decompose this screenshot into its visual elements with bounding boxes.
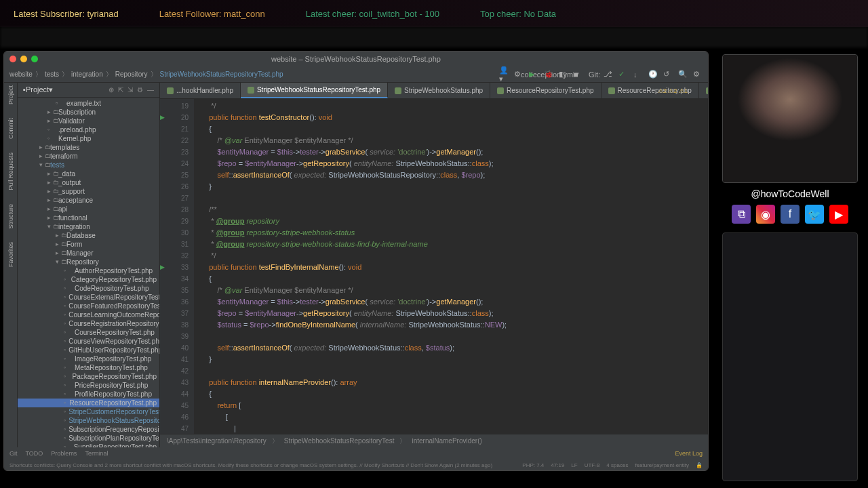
search-icon[interactable]: 🔍	[678, 70, 688, 79]
tree-item[interactable]: ▸ 🗀Validator	[18, 117, 159, 125]
tree-item[interactable]: ◦SupplierRepositoryTest.php	[18, 443, 159, 447]
tree-item[interactable]: ▾ 🗀integration	[18, 222, 159, 231]
breadcrumb[interactable]: website〉 tests〉 integration〉 Repository〉…	[9, 70, 283, 79]
tree-item[interactable]: ▸ 🗀_support	[18, 187, 159, 196]
stream-banner: Latest Subscriber: tyrianad Latest Follo…	[0, 0, 868, 27]
expand-icon[interactable]: ⇲	[127, 86, 133, 94]
titlebar[interactable]: website – StripeWebhookStatusRepositoryT…	[4, 52, 708, 66]
tree-item[interactable]: ◦StripeWebhookStatusRepositoryTest.p	[18, 416, 159, 425]
tree-item[interactable]: ▸ 🗀templates	[18, 143, 159, 152]
tree-item[interactable]: ▾ 🗀tests	[18, 161, 159, 169]
tree-item[interactable]: ▫example.txt	[18, 99, 159, 108]
structure-tool[interactable]: Structure	[7, 204, 14, 229]
tree-item[interactable]: ◦.preload.php	[18, 125, 159, 134]
commit-tool[interactable]: Commit	[7, 118, 14, 139]
git-commit-icon[interactable]: ✓	[618, 70, 628, 79]
tree-item[interactable]: ◦Kernel.php	[18, 134, 159, 143]
facebook-icon[interactable]: f	[781, 205, 800, 224]
user-icon[interactable]: 👤▾	[499, 70, 509, 79]
window-controls[interactable]	[9, 56, 38, 62]
instagram-icon[interactable]: ◉	[756, 205, 775, 224]
gear-icon[interactable]: ⚙	[137, 86, 143, 94]
settings-icon[interactable]: ⚙	[693, 70, 703, 79]
stop-icon[interactable]: ■	[574, 70, 583, 79]
tree-item[interactable]: ◦ImageRepositoryTest.php	[18, 354, 159, 363]
youtube-icon[interactable]: ▶	[829, 205, 848, 224]
target-icon[interactable]: ⊕	[108, 86, 114, 94]
tree-item[interactable]: ◦CourseFeaturedRepositoryTest.php	[18, 302, 159, 310]
line-ending[interactable]: LF	[571, 462, 577, 468]
gutter[interactable]: 1920▶21222324252627282930313233▶34353637…	[160, 99, 194, 434]
minimize-icon[interactable]	[20, 56, 27, 62]
tree-item[interactable]: ▸ 🗀Manager	[18, 249, 159, 258]
git-tab[interactable]: Git	[9, 450, 18, 457]
close-icon[interactable]	[9, 56, 16, 62]
twitter-icon[interactable]: 🐦	[805, 205, 824, 224]
tree-item[interactable]: ▸ 🗀api	[18, 205, 159, 214]
editor-tab[interactable]: ...hookHandler.php	[160, 83, 241, 98]
tree-item[interactable]: ◦StripeCustomerRepositoryTest.php	[18, 407, 159, 416]
tree-item[interactable]: ◦CourseLearningOutcomeRepositoryTe	[18, 310, 159, 319]
collapse-icon[interactable]: ⇱	[118, 86, 123, 94]
problems-tab[interactable]: Problems	[51, 450, 77, 457]
tree-item[interactable]: ▸ 🗀Form	[18, 240, 159, 249]
tree-item[interactable]: ◦AuthorRepositoryTest.php	[18, 266, 159, 275]
tree-item[interactable]: ◦CourseRepositoryTest.php	[18, 328, 159, 337]
caret-position[interactable]: 47:19	[551, 462, 564, 468]
tree-item[interactable]: ▸ 🗀Database	[18, 231, 159, 240]
lock-icon[interactable]: 🔒	[696, 462, 703, 468]
inspection-badges[interactable]: ⚠2 ⚠2 ⚠1	[658, 87, 688, 94]
tree-item[interactable]: ▸ 🗀functional	[18, 214, 159, 222]
pr-tool[interactable]: Pull Requests	[7, 152, 14, 190]
editor-tab[interactable]: ResourceRepositoryTest.php	[490, 83, 601, 98]
tree-item[interactable]: ◦SubscriptionFrequencyRepositoryTest	[18, 425, 159, 434]
tree-item[interactable]: ◦CodeRepositoryTest.php	[18, 284, 159, 293]
tree-item[interactable]: ◦CourseExternalRepositoryTest.php	[18, 293, 159, 302]
tree-item[interactable]: ▾ 🗀Repository	[18, 258, 159, 266]
tree-item[interactable]: ▸ 🗀_output	[18, 178, 159, 187]
twitch-icon[interactable]: ⧉	[732, 205, 751, 224]
tree-item[interactable]: ▸ 🗀Subscription	[18, 108, 159, 117]
git-branch-icon[interactable]: ⎇	[604, 70, 613, 79]
git-pull-icon[interactable]: ↓	[633, 70, 643, 79]
code-breadcrumb[interactable]: \App\Tests\integration\Repository〉 Strip…	[160, 434, 708, 447]
tree-item[interactable]: ◦GitHubUserRepositoryTest.php	[18, 346, 159, 354]
terminal-tab[interactable]: Terminal	[85, 450, 108, 457]
tree-item[interactable]: ▸ 🗀_data	[18, 169, 159, 178]
editor-tabs[interactable]: ...hookHandler.phpStripeWebhookStatusRep…	[160, 83, 708, 99]
tree-item[interactable]: ▸ 🗀acceptance	[18, 196, 159, 205]
hide-icon[interactable]: —	[147, 86, 154, 94]
tree-item[interactable]: ◦ResourceRepositoryTest.php	[18, 399, 159, 407]
php-version[interactable]: PHP: 7.4	[522, 462, 544, 468]
editor-tab[interactable]: StripeWebhookStatus.php	[388, 83, 490, 98]
code-content[interactable]: */ public function testConstructor(): vo…	[194, 99, 708, 434]
code-editor[interactable]: 1920▶21222324252627282930313233▶34353637…	[160, 99, 708, 434]
favorites-tool[interactable]: Favorites	[7, 242, 14, 267]
todo-tab[interactable]: TODO	[26, 450, 43, 457]
revert-icon[interactable]: ↺	[663, 70, 673, 79]
run-config[interactable]: ⚙ codeception.yml ▾	[514, 70, 524, 79]
indent[interactable]: 4 spaces	[606, 462, 628, 468]
tree-item[interactable]: ◦SubscriptionPlanRepositoryTest.php	[18, 434, 159, 443]
debug-icon[interactable]: 🐞	[544, 70, 553, 79]
project-tool[interactable]: Project	[7, 85, 14, 104]
git-branch[interactable]: feature/payment-entity	[635, 462, 689, 468]
tree-item[interactable]: ◦MetaRepositoryTest.php	[18, 363, 159, 372]
tree-item[interactable]: ◦PackageRepositoryTest.php	[18, 372, 159, 381]
file-tree[interactable]: ▫example.txt▸ 🗀Subscription▸ 🗀Validator◦…	[18, 98, 159, 447]
git-history-icon[interactable]: 🕐	[648, 70, 658, 79]
editor-tab[interactable]: StripeWebhookStatusRepository.php	[699, 83, 708, 98]
tree-item[interactable]: ◦CourseViewRepositoryTest.php	[18, 337, 159, 346]
run-icon[interactable]: ▶	[529, 70, 538, 79]
tree-item[interactable]: ◦CategoryRepositoryTest.php	[18, 275, 159, 284]
maximize-icon[interactable]	[31, 56, 38, 62]
encoding[interactable]: UTF-8	[585, 462, 600, 468]
tree-item[interactable]: ◦CourseRegistrationRepositoryTest.php	[18, 319, 159, 328]
tree-item[interactable]: ◦PriceRepositoryTest.php	[18, 381, 159, 390]
editor-tab[interactable]: StripeWebhookStatusRepositoryTest.php	[241, 83, 388, 98]
chat-panel[interactable]	[722, 232, 858, 481]
coverage-icon[interactable]: ◧	[559, 70, 568, 79]
tree-item[interactable]: ▸ 🗀terraform	[18, 152, 159, 161]
event-log[interactable]: Event Log	[675, 450, 703, 457]
tree-item[interactable]: ◦ProfileRepositoryTest.php	[18, 390, 159, 399]
